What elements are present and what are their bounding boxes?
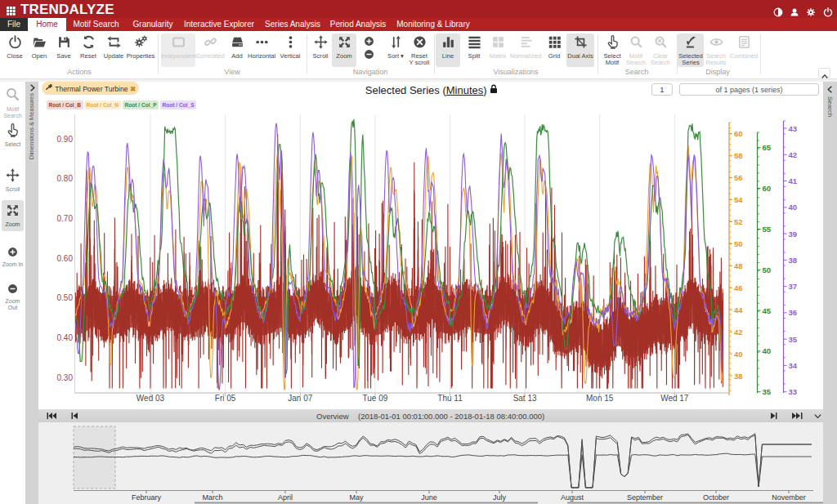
- svg-text:0.30: 0.30: [57, 373, 74, 382]
- svg-text:45: 45: [763, 306, 772, 315]
- svg-text:38: 38: [734, 372, 743, 381]
- svg-text:Wed 03: Wed 03: [137, 394, 165, 403]
- svg-text:40: 40: [763, 346, 772, 355]
- svg-text:0.60: 0.60: [57, 254, 74, 263]
- svg-text:35: 35: [763, 387, 772, 396]
- svg-text:40: 40: [789, 203, 798, 212]
- svg-text:46: 46: [734, 283, 743, 292]
- svg-text:Jan 07: Jan 07: [288, 394, 312, 403]
- svg-text:33: 33: [789, 387, 798, 396]
- svg-text:Fri 05: Fri 05: [215, 394, 236, 403]
- svg-text:40: 40: [734, 350, 743, 359]
- svg-text:43: 43: [789, 124, 798, 133]
- svg-text:50: 50: [763, 265, 772, 274]
- svg-text:65: 65: [763, 143, 772, 152]
- svg-text:35: 35: [789, 335, 798, 344]
- svg-text:36: 36: [789, 308, 798, 317]
- svg-text:Sat 13: Sat 13: [513, 394, 537, 403]
- svg-text:58: 58: [734, 151, 743, 160]
- svg-text:Mon 15: Mon 15: [586, 394, 614, 403]
- svg-text:0.80: 0.80: [57, 174, 74, 183]
- svg-text:39: 39: [789, 230, 798, 239]
- svg-text:0.50: 0.50: [57, 293, 74, 302]
- svg-text:50: 50: [734, 239, 743, 248]
- svg-text:54: 54: [734, 195, 743, 204]
- svg-text:0.40: 0.40: [57, 333, 74, 342]
- svg-text:41: 41: [789, 176, 798, 185]
- svg-text:Tue 09: Tue 09: [363, 394, 388, 403]
- svg-text:0.70: 0.70: [57, 214, 74, 223]
- svg-text:42: 42: [734, 328, 743, 337]
- svg-text:48: 48: [734, 261, 743, 270]
- svg-text:55: 55: [763, 225, 772, 234]
- svg-text:37: 37: [789, 282, 798, 291]
- svg-text:38: 38: [789, 256, 798, 265]
- svg-text:44: 44: [734, 306, 743, 314]
- svg-text:Thu 11: Thu 11: [437, 394, 463, 403]
- svg-text:56: 56: [734, 173, 743, 182]
- svg-text:60: 60: [763, 184, 772, 193]
- svg-text:42: 42: [789, 150, 798, 159]
- svg-text:0.90: 0.90: [57, 135, 74, 144]
- svg-text:34: 34: [789, 361, 798, 370]
- svg-text:60: 60: [734, 129, 743, 138]
- svg-text:Wed 17: Wed 17: [660, 394, 689, 403]
- svg-text:52: 52: [734, 217, 743, 226]
